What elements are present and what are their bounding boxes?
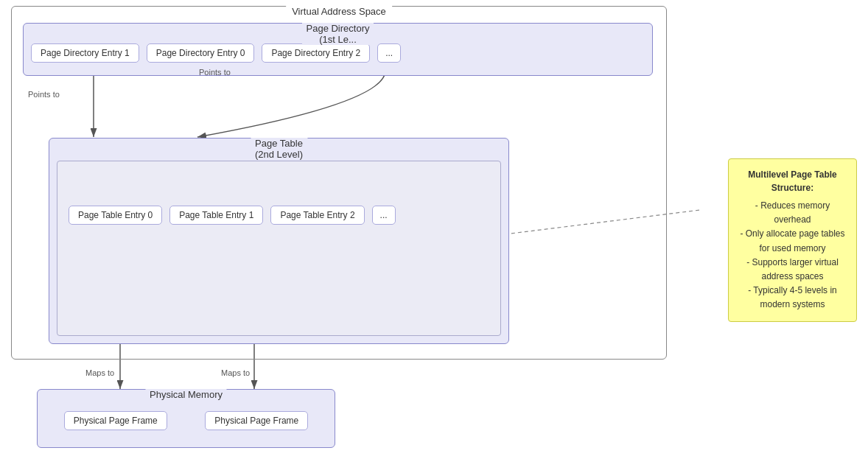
physical-memory-box: Physical Memory Physical Page Frame Phys… <box>37 389 335 448</box>
info-title: Multilevel Page Table Structure: <box>736 168 849 195</box>
vas-label: Virtual Address Space <box>286 6 392 17</box>
page-table-box: Page Table (2nd Level) Page Table Entry … <box>49 138 509 344</box>
ppf-1: Physical Page Frame <box>205 411 308 430</box>
maps-to-label-2: Maps to <box>221 368 250 377</box>
pte-entry-0: Page Table Entry 0 <box>69 206 162 225</box>
pte-dots: ... <box>372 206 396 225</box>
pde-entry-0: Page Directory Entry 0 <box>147 43 255 63</box>
physical-memory-label: Physical Memory <box>145 389 227 400</box>
maps-to-label-1: Maps to <box>85 368 114 377</box>
pte-entry-1: Page Table Entry 1 <box>169 206 263 225</box>
info-content: - Reduces memory overhead - Only allocat… <box>736 199 849 312</box>
points-to-label-1: Points to <box>28 90 60 99</box>
ppf-0: Physical Page Frame <box>64 411 167 430</box>
pde-entry-2: Page Directory Entry 2 <box>262 43 370 63</box>
page-directory-box: Page Directory (1st Le... Page Directory… <box>23 23 653 76</box>
page-directory-label: Page Directory (1st Le... <box>302 23 374 45</box>
page-table-label: Page Table (2nd Level) <box>251 138 307 160</box>
virtual-address-space: Virtual Address Space Page Directory (1s… <box>11 6 667 360</box>
pde-entry-1: Page Directory Entry 1 <box>31 43 139 63</box>
pde-dots: ... <box>377 43 401 63</box>
pte-entry-2: Page Table Entry 2 <box>270 206 364 225</box>
points-to-label-2: Points to <box>199 68 231 77</box>
page-table-entries: Page Table Entry 0 Page Table Entry 1 Pa… <box>57 161 500 236</box>
info-box: Multilevel Page Table Structure: - Reduc… <box>728 158 857 322</box>
page-table-inner: Page Table Entry 0 Page Table Entry 1 Pa… <box>57 161 501 336</box>
